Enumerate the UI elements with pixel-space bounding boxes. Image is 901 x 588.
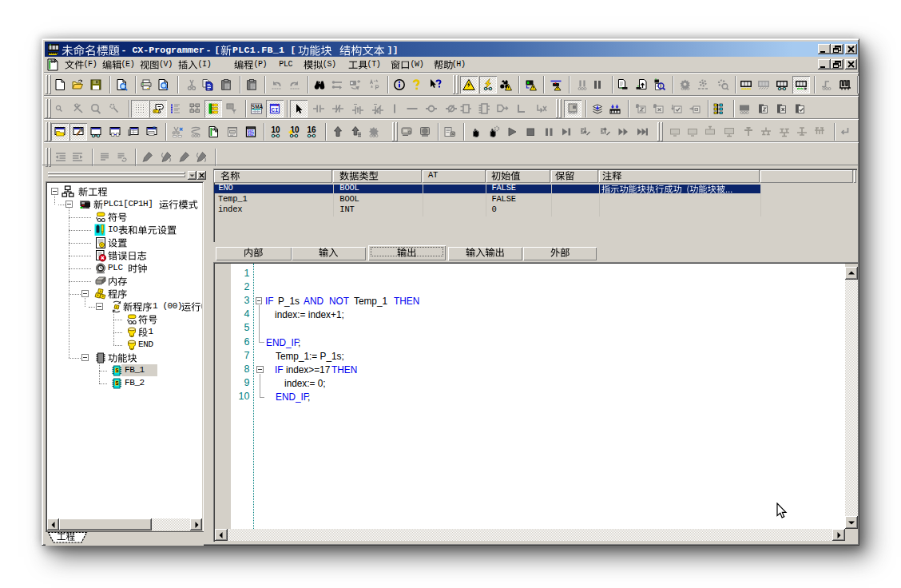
svg-text:SMA: SMA xyxy=(252,104,263,109)
svg-text:002: 002 xyxy=(248,133,254,137)
svg-text:10: 10 xyxy=(271,125,280,134)
svg-text:CI: CI xyxy=(271,107,278,113)
svg-text:S: S xyxy=(115,379,119,385)
svg-text:S: S xyxy=(115,367,119,372)
svg-text:16: 16 xyxy=(307,125,316,134)
